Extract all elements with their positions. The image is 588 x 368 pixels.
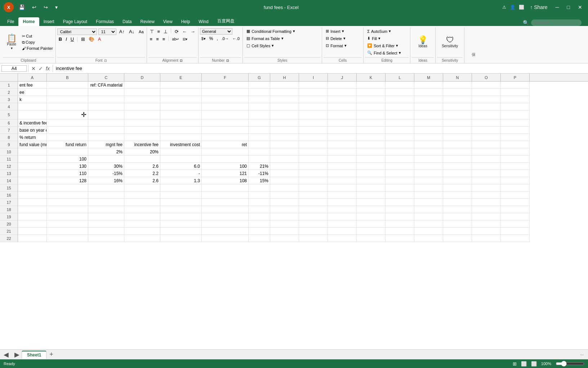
cell-E1[interactable] bbox=[160, 82, 202, 89]
cell-I18[interactable] bbox=[299, 206, 328, 213]
cell-B19[interactable] bbox=[47, 213, 88, 220]
cell-F14[interactable]: 108 bbox=[202, 177, 249, 184]
cell-D2[interactable] bbox=[124, 89, 160, 96]
col-header-j[interactable]: J bbox=[328, 74, 357, 81]
cell-B18[interactable] bbox=[47, 206, 88, 213]
cell-O20[interactable] bbox=[472, 220, 501, 228]
ideas-button[interactable]: 💡 Ideas bbox=[416, 35, 430, 49]
cell-N4[interactable] bbox=[443, 103, 472, 110]
format-cells-button[interactable]: ⊡ Format ▾ bbox=[324, 43, 349, 49]
col-header-i[interactable]: I bbox=[299, 74, 328, 81]
cell-B4[interactable] bbox=[47, 103, 88, 110]
office-button[interactable]: X bbox=[4, 2, 14, 12]
view-page-layout-button[interactable]: ⬜ bbox=[521, 361, 527, 367]
cell-F17[interactable] bbox=[202, 199, 249, 206]
comma-button[interactable]: , bbox=[215, 35, 219, 42]
cell-D4[interactable] bbox=[124, 103, 160, 110]
cell-G14[interactable]: 15% bbox=[249, 177, 270, 184]
cell-H12[interactable] bbox=[270, 163, 299, 170]
cell-D12[interactable]: 2.6 bbox=[124, 163, 160, 170]
cell-P1[interactable] bbox=[501, 82, 530, 89]
row-header-13[interactable]: 13 bbox=[0, 170, 18, 177]
cell-B2[interactable] bbox=[47, 89, 88, 96]
cell-P22[interactable] bbox=[501, 235, 530, 242]
cell-K1[interactable] bbox=[357, 82, 386, 89]
cell-G13[interactable]: -11% bbox=[249, 170, 270, 177]
cell-L18[interactable] bbox=[386, 206, 414, 213]
cell-D15[interactable] bbox=[124, 184, 160, 192]
find-select-button[interactable]: 🔍 Find & Select ▾ bbox=[365, 50, 403, 56]
cell-D22[interactable] bbox=[124, 235, 160, 242]
cell-E13[interactable]: - bbox=[160, 170, 202, 177]
cell-N15[interactable] bbox=[443, 184, 472, 192]
cell-I12[interactable] bbox=[299, 163, 328, 170]
cell-G22[interactable] bbox=[249, 235, 270, 242]
cell-M10[interactable] bbox=[414, 148, 443, 155]
row-header-6[interactable]: 6 bbox=[0, 119, 18, 127]
cell-I2[interactable] bbox=[299, 89, 328, 96]
cell-O5[interactable] bbox=[472, 110, 501, 119]
cell-L3[interactable] bbox=[386, 96, 414, 103]
cell-A16[interactable] bbox=[18, 192, 47, 199]
cell-L11[interactable] bbox=[386, 155, 414, 163]
cell-L5[interactable] bbox=[386, 110, 414, 119]
cell-K3[interactable] bbox=[357, 96, 386, 103]
cell-K19[interactable] bbox=[357, 213, 386, 220]
cell-E6[interactable] bbox=[160, 119, 202, 127]
cell-J13[interactable] bbox=[328, 170, 357, 177]
cell-B14[interactable]: 128 bbox=[47, 177, 88, 184]
indent-decrease-button[interactable]: ← bbox=[181, 28, 188, 35]
name-box[interactable] bbox=[1, 65, 27, 72]
cell-O11[interactable] bbox=[472, 155, 501, 163]
cell-E20[interactable] bbox=[160, 220, 202, 228]
cell-I4[interactable] bbox=[299, 103, 328, 110]
col-header-k[interactable]: K bbox=[357, 74, 386, 81]
col-header-e[interactable]: E bbox=[160, 74, 202, 81]
cell-C6[interactable] bbox=[88, 119, 124, 127]
cell-K2[interactable] bbox=[357, 89, 386, 96]
cell-C10[interactable]: 2% bbox=[88, 148, 124, 155]
cell-B21[interactable] bbox=[47, 228, 88, 235]
cell-B1[interactable] bbox=[47, 82, 88, 89]
cell-K10[interactable] bbox=[357, 148, 386, 155]
cell-O13[interactable] bbox=[472, 170, 501, 177]
col-header-c[interactable]: C bbox=[88, 74, 124, 81]
cell-I9[interactable] bbox=[299, 141, 328, 148]
cancel-formula-button[interactable]: ✕ bbox=[30, 65, 37, 72]
cell-P10[interactable] bbox=[501, 148, 530, 155]
row-header-14[interactable]: 14 bbox=[0, 177, 18, 184]
tab-formulas[interactable]: Formulas bbox=[92, 17, 118, 26]
cell-K22[interactable] bbox=[357, 235, 386, 242]
col-header-l[interactable]: L bbox=[386, 74, 414, 81]
cell-P15[interactable] bbox=[501, 184, 530, 192]
cell-J11[interactable] bbox=[328, 155, 357, 163]
cell-E9[interactable]: investment cost bbox=[160, 141, 202, 148]
cell-G17[interactable] bbox=[249, 199, 270, 206]
cell-C11[interactable] bbox=[88, 155, 124, 163]
cell-styles-button[interactable]: ▢ Cell Styles ▾ bbox=[244, 43, 276, 49]
tab-baidu[interactable]: 百度网盘 bbox=[213, 16, 239, 26]
align-top-button[interactable]: ⊤ bbox=[148, 28, 155, 35]
cell-J19[interactable] bbox=[328, 213, 357, 220]
col-header-d[interactable]: D bbox=[124, 74, 160, 81]
cell-A14[interactable] bbox=[18, 177, 47, 184]
cell-C18[interactable] bbox=[88, 206, 124, 213]
cell-C20[interactable] bbox=[88, 220, 124, 228]
cell-C7[interactable] bbox=[88, 127, 124, 134]
cell-J7[interactable] bbox=[328, 127, 357, 134]
cell-B10[interactable] bbox=[47, 148, 88, 155]
cell-I5[interactable] bbox=[299, 110, 328, 119]
cell-P2[interactable] bbox=[501, 89, 530, 96]
cell-C21[interactable] bbox=[88, 228, 124, 235]
cell-J10[interactable] bbox=[328, 148, 357, 155]
cell-G21[interactable] bbox=[249, 228, 270, 235]
maximize-button[interactable]: □ bbox=[565, 4, 572, 11]
cell-A4[interactable] bbox=[18, 103, 47, 110]
cell-L10[interactable] bbox=[386, 148, 414, 155]
cell-B8[interactable] bbox=[47, 134, 88, 141]
font-color-button[interactable]: A bbox=[97, 36, 103, 43]
cell-F20[interactable] bbox=[202, 220, 249, 228]
cell-E18[interactable] bbox=[160, 206, 202, 213]
cell-N16[interactable] bbox=[443, 192, 472, 199]
cell-N8[interactable] bbox=[443, 134, 472, 141]
